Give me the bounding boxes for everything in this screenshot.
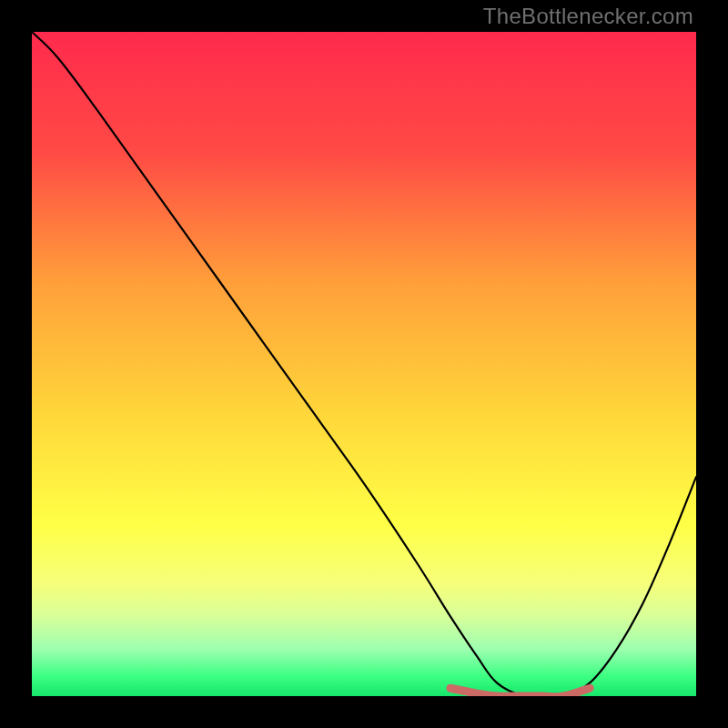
- watermark-text: TheBottlenecker.com: [483, 4, 693, 29]
- chart-area: [32, 32, 696, 696]
- bottleneck-curve: [32, 32, 696, 696]
- chart-curves: [32, 32, 696, 696]
- optimal-band-curve: [450, 688, 590, 696]
